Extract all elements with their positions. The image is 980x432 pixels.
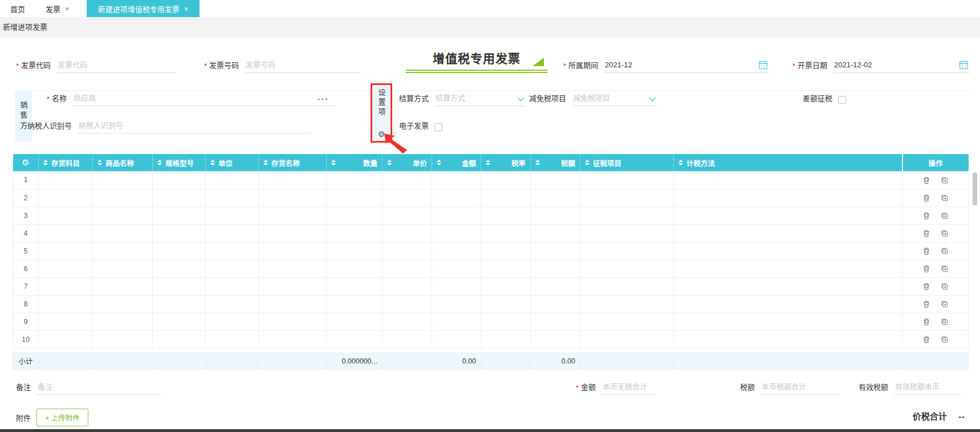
grid-cell[interactable] bbox=[93, 260, 153, 277]
grid-cell[interactable] bbox=[531, 313, 580, 330]
grid-cell[interactable] bbox=[432, 242, 481, 260]
grid-cell[interactable] bbox=[481, 260, 531, 277]
grid-cell[interactable] bbox=[481, 171, 531, 189]
column-header-9[interactable]: 税率 bbox=[481, 154, 531, 171]
column-header-10[interactable]: 税额 bbox=[531, 154, 580, 171]
remark-input[interactable] bbox=[36, 381, 161, 395]
delete-row-icon[interactable] bbox=[922, 300, 930, 308]
tab-new-input-vat-invoice[interactable]: 新建进项增值税专用发票 × bbox=[87, 0, 200, 17]
grid-cell[interactable] bbox=[580, 295, 674, 313]
column-header-3[interactable]: 规格型号 bbox=[153, 154, 206, 171]
sort-icon[interactable] bbox=[437, 160, 441, 165]
delete-row-icon[interactable] bbox=[922, 194, 930, 202]
grid-cell[interactable] bbox=[153, 207, 206, 224]
grid-cell[interactable] bbox=[153, 260, 206, 277]
invoice-date-input[interactable] bbox=[833, 59, 970, 73]
copy-add-row-icon[interactable] bbox=[941, 247, 949, 255]
grid-cell[interactable] bbox=[93, 189, 153, 207]
grid-cell[interactable] bbox=[206, 171, 259, 189]
chevron-down-icon[interactable] bbox=[517, 97, 524, 102]
grid-cell[interactable] bbox=[153, 242, 206, 260]
close-icon[interactable]: × bbox=[65, 5, 70, 13]
grid-cell[interactable] bbox=[674, 224, 902, 242]
invoice-code-input[interactable] bbox=[56, 59, 176, 73]
grid-cell[interactable] bbox=[481, 189, 531, 207]
column-header-8[interactable]: 金额 bbox=[432, 154, 481, 171]
diff-tax-checkbox[interactable] bbox=[838, 96, 846, 104]
delete-row-icon[interactable] bbox=[922, 212, 930, 220]
grid-cell[interactable] bbox=[206, 260, 259, 277]
grid-cell[interactable] bbox=[206, 224, 259, 242]
grid-cell[interactable] bbox=[327, 313, 383, 330]
calendar-icon[interactable] bbox=[959, 60, 969, 70]
taxpayer-id-input[interactable] bbox=[78, 120, 310, 134]
grid-cell[interactable] bbox=[432, 207, 481, 224]
grid-cell[interactable] bbox=[580, 277, 674, 295]
grid-cell[interactable] bbox=[153, 330, 206, 348]
grid-cell[interactable] bbox=[383, 171, 432, 189]
grid-cell[interactable] bbox=[674, 260, 902, 277]
column-header-1[interactable]: 存货科目 bbox=[39, 154, 93, 171]
grid-cell[interactable] bbox=[39, 207, 93, 224]
grid-cell[interactable] bbox=[432, 260, 481, 277]
grid-cell[interactable] bbox=[259, 171, 327, 189]
e-invoice-checkbox[interactable] bbox=[434, 123, 442, 131]
grid-cell[interactable] bbox=[153, 171, 206, 189]
period-input[interactable] bbox=[604, 59, 769, 73]
sort-icon[interactable] bbox=[331, 160, 336, 165]
grid-cell[interactable] bbox=[432, 171, 481, 189]
grid-cell[interactable] bbox=[93, 277, 153, 295]
grid-cell[interactable] bbox=[327, 224, 383, 242]
grid-cell[interactable] bbox=[383, 207, 432, 224]
grid-cell[interactable] bbox=[206, 277, 259, 295]
delete-row-icon[interactable] bbox=[922, 247, 930, 255]
grid-cell[interactable] bbox=[259, 224, 327, 242]
sort-icon[interactable] bbox=[535, 160, 540, 165]
grid-cell[interactable] bbox=[206, 295, 259, 313]
grid-cell[interactable] bbox=[481, 207, 531, 224]
sort-icon[interactable] bbox=[585, 160, 589, 165]
grid-cell[interactable] bbox=[206, 242, 259, 260]
upload-attachment-button[interactable]: + 上传附件 bbox=[36, 409, 88, 426]
grid-cell[interactable] bbox=[153, 277, 206, 295]
invoice-type-selector[interactable]: 增值税专用发票 bbox=[406, 47, 547, 73]
grid-cell[interactable] bbox=[432, 224, 481, 242]
grid-cell[interactable] bbox=[531, 242, 580, 260]
invoice-type-corner-triangle-icon[interactable] bbox=[532, 58, 544, 66]
grid-cell[interactable] bbox=[531, 224, 580, 242]
grid-cell[interactable] bbox=[531, 260, 580, 277]
chevron-down-icon[interactable] bbox=[649, 97, 656, 102]
grid-cell[interactable] bbox=[432, 330, 481, 348]
grid-cell[interactable] bbox=[259, 207, 327, 224]
tab-invoice[interactable]: 发票 × bbox=[35, 0, 80, 17]
grid-cell[interactable] bbox=[580, 207, 674, 224]
copy-add-row-icon[interactable] bbox=[941, 212, 949, 220]
grid-cell[interactable] bbox=[39, 313, 93, 330]
grid-cell[interactable] bbox=[93, 313, 153, 330]
grid-cell[interactable] bbox=[580, 260, 674, 277]
grid-cell[interactable] bbox=[39, 260, 93, 277]
grid-cell[interactable] bbox=[93, 330, 153, 348]
column-header-7[interactable]: 单价 bbox=[383, 154, 432, 171]
sort-icon[interactable] bbox=[263, 160, 268, 165]
grid-cell[interactable] bbox=[674, 295, 902, 313]
column-header-2[interactable]: 商品名称 bbox=[93, 154, 153, 171]
grid-cell[interactable] bbox=[259, 313, 327, 330]
tax-amount-input[interactable] bbox=[761, 381, 840, 395]
invoice-number-input[interactable] bbox=[245, 59, 361, 73]
grid-cell[interactable] bbox=[383, 330, 432, 348]
seller-name-input[interactable] bbox=[72, 92, 336, 106]
grid-cell[interactable] bbox=[531, 189, 580, 207]
column-header-4[interactable]: 单位 bbox=[206, 154, 259, 171]
delete-row-icon[interactable] bbox=[922, 176, 930, 184]
column-header-12[interactable]: 计税方法 bbox=[674, 154, 902, 171]
grid-cell[interactable] bbox=[674, 277, 902, 295]
sort-icon[interactable] bbox=[210, 160, 215, 165]
grid-cell[interactable] bbox=[580, 242, 674, 260]
sort-icon[interactable] bbox=[157, 160, 162, 165]
grid-cell[interactable] bbox=[153, 224, 206, 242]
copy-add-row-icon[interactable] bbox=[941, 265, 949, 273]
grid-cell[interactable] bbox=[674, 207, 902, 224]
grid-cell[interactable] bbox=[206, 330, 259, 348]
grid-cell[interactable] bbox=[383, 260, 432, 277]
